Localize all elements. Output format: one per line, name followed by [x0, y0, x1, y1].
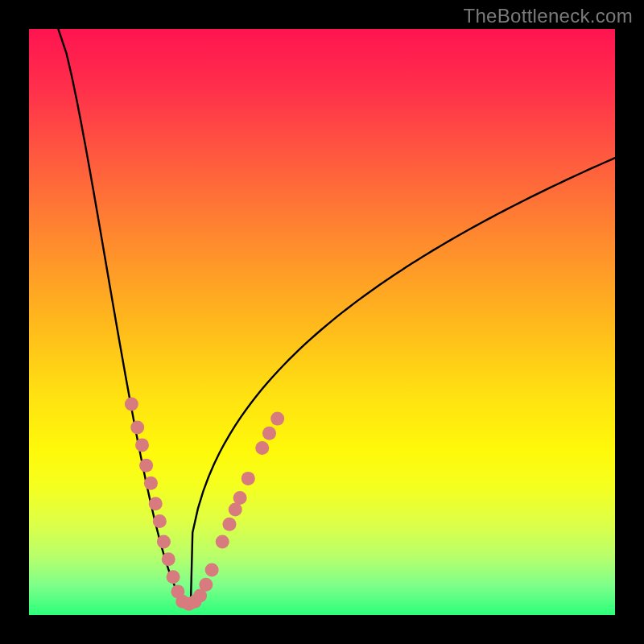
data-marker [233, 491, 247, 505]
data-marker [205, 563, 219, 576]
watermark-text: TheBottleneck.com [463, 5, 633, 27]
data-marker [222, 518, 236, 531]
data-marker [255, 441, 269, 455]
chart-svg [29, 29, 615, 615]
data-marker [153, 514, 167, 528]
data-marker [262, 427, 276, 440]
data-marker [144, 477, 158, 490]
data-marker [149, 497, 163, 510]
data-marker [135, 438, 149, 452]
bottleneck-curve [58, 29, 615, 604]
data-markers [125, 397, 284, 610]
data-marker [139, 459, 153, 473]
data-marker [242, 472, 255, 485]
data-marker [157, 535, 171, 549]
plot-area [29, 29, 615, 615]
data-marker [167, 570, 180, 584]
data-marker [162, 552, 175, 566]
chart-frame: TheBottleneck.com [0, 0, 644, 644]
data-marker [125, 397, 138, 411]
data-marker [199, 578, 213, 592]
data-marker [216, 535, 229, 549]
data-marker [270, 412, 284, 426]
data-marker [229, 502, 242, 516]
data-marker [130, 421, 144, 435]
